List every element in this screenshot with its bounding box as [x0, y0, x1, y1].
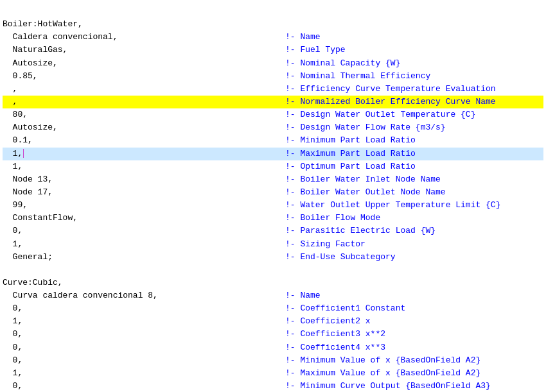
code-comment: !- Optimum Part Load Ratio	[285, 160, 543, 173]
code-value: 1,	[3, 315, 285, 328]
code-comment: !- Boiler Flow Mode	[285, 212, 543, 225]
code-line: Curva caldera convencional 8,!- Name	[3, 289, 543, 302]
code-value: Node 13,	[3, 173, 285, 186]
code-value: ConstantFlow,	[3, 212, 285, 225]
code-value: 0.1,	[3, 134, 285, 147]
code-comment: !- Design Water Outlet Temperature {C}	[285, 108, 543, 121]
code-line: ,!- Efficiency Curve Temperature Evaluat…	[3, 83, 543, 96]
code-line: Autosize,!- Nominal Capacity {W}	[3, 57, 543, 70]
code-comment: !- Minimum Curve Output {BasedOnField A3…	[285, 380, 543, 392]
code-value: Node 17,	[3, 186, 285, 199]
code-value: 0.85,	[3, 70, 285, 83]
code-comment: !- Water Outlet Upper Temperature Limit …	[285, 199, 543, 212]
code-value: ,	[3, 83, 285, 96]
code-comment: !- Boiler Water Inlet Node Name	[285, 173, 543, 186]
code-line: ConstantFlow,!- Boiler Flow Mode	[3, 212, 543, 225]
code-line: 0.1,!- Minimum Part Load Ratio	[3, 134, 543, 147]
code-line: 1,!- Maximum Value of x {BasedOnField A2…	[3, 367, 543, 380]
code-value: 0,	[3, 380, 285, 392]
code-line: 0,!- Coefficient3 x**2	[3, 328, 543, 341]
code-comment: !- Efficiency Curve Temperature Evaluati…	[285, 83, 543, 96]
empty-line	[3, 264, 543, 277]
code-comment: !- Parasitic Electric Load {W}	[285, 225, 543, 237]
code-value: Curve:Cubic,	[3, 277, 285, 289]
code-value: Curva caldera convencional 8,	[3, 289, 285, 302]
code-comment: !- Minimum Part Load Ratio	[285, 134, 543, 147]
text-cursor	[23, 149, 24, 158]
code-comment: !- Minimum Value of x {BasedOnField A2}	[285, 354, 543, 367]
code-value: Autosize,	[3, 121, 285, 134]
code-comment: !- Nominal Capacity {W}	[285, 57, 543, 70]
code-line: 1,!- Sizing Factor	[3, 238, 543, 251]
code-value: 0,	[3, 354, 285, 367]
code-line: 0,!- Coefficient4 x**3	[3, 341, 543, 354]
code-value: General;	[3, 251, 285, 264]
code-line: ,!- Normalized Boiler Efficiency Curve N…	[3, 96, 543, 108]
code-line: 1,!- Optimum Part Load Ratio	[3, 160, 543, 173]
code-line: Curve:Cubic,	[3, 277, 543, 289]
code-comment: !- Coefficient3 x**2	[285, 328, 543, 341]
code-comment: !- Normalized Boiler Efficiency Curve Na…	[285, 96, 543, 108]
code-comment: !- Coefficient1 Constant	[285, 302, 543, 315]
code-value: Boiler:HotWater,	[3, 18, 285, 31]
code-line: 1,!- Maximum Part Load Ratio	[3, 148, 543, 160]
code-line: General;!- End-Use Subcategory	[3, 251, 543, 264]
code-comment: !- Maximum Value of x {BasedOnField A2}	[285, 367, 543, 380]
code-value: 0,	[3, 302, 285, 315]
code-value: Caldera convencional,	[3, 31, 285, 44]
code-value: ,	[3, 96, 285, 108]
code-line: 0,!- Minimum Value of x {BasedOnField A2…	[3, 354, 543, 367]
code-line: 0,!- Minimum Curve Output {BasedOnField …	[3, 380, 543, 392]
code-comment: !- Fuel Type	[285, 44, 543, 56]
code-value: 1,	[3, 160, 285, 173]
code-line: 0.85,!- Nominal Thermal Efficiency	[3, 70, 543, 83]
code-value: 1,	[3, 238, 285, 251]
code-line: 0,!- Coefficient1 Constant	[3, 302, 543, 315]
code-value: 80,	[3, 108, 285, 121]
code-value: 0,	[3, 328, 285, 341]
code-value: Autosize,	[3, 57, 285, 70]
code-value: 99,	[3, 199, 285, 212]
code-comment: !- Maximum Part Load Ratio	[285, 148, 543, 160]
code-comment: !- Coefficient4 x**3	[285, 341, 543, 354]
code-comment: !- Name	[285, 31, 543, 44]
code-comment: !- Sizing Factor	[285, 238, 543, 251]
code-line: 1,!- Coefficient2 x	[3, 315, 543, 328]
code-comment: !- Name	[285, 289, 543, 302]
code-editor: Boiler:HotWater, Caldera convencional,!-…	[0, 0, 546, 392]
code-value: 1,	[3, 148, 285, 160]
code-line: 0,!- Parasitic Electric Load {W}	[3, 225, 543, 237]
code-line: Boiler:HotWater,	[3, 18, 543, 31]
code-comment: !- Nominal Thermal Efficiency	[285, 70, 543, 83]
code-value: 0,	[3, 341, 285, 354]
code-line: Caldera convencional,!- Name	[3, 31, 543, 44]
code-line: Node 17,!- Boiler Water Outlet Node Name	[3, 186, 543, 199]
code-line: Node 13,!- Boiler Water Inlet Node Name	[3, 173, 543, 186]
code-line: NaturalGas,!- Fuel Type	[3, 44, 543, 56]
code-line: 80,!- Design Water Outlet Temperature {C…	[3, 108, 543, 121]
code-comment: !- End-Use Subcategory	[285, 251, 543, 264]
code-value: 0,	[3, 225, 285, 237]
code-comment: !- Coefficient2 x	[285, 315, 543, 328]
code-value: 1,	[3, 367, 285, 380]
code-value: NaturalGas,	[3, 44, 285, 56]
code-line: 99,!- Water Outlet Upper Temperature Lim…	[3, 199, 543, 212]
code-comment: !- Boiler Water Outlet Node Name	[285, 186, 543, 199]
code-comment: !- Design Water Flow Rate {m3/s}	[285, 121, 543, 134]
code-line: Autosize,!- Design Water Flow Rate {m3/s…	[3, 121, 543, 134]
